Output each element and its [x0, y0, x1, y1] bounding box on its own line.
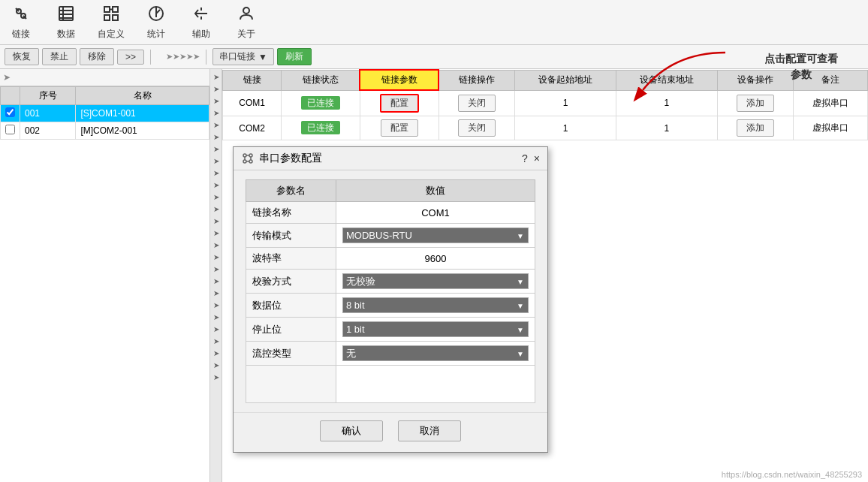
chevron-icon: ➤ — [213, 72, 219, 83]
svg-point-20 — [243, 154, 246, 157]
add-device-button2[interactable]: 添加 — [737, 119, 774, 137]
about-label: 关于 — [237, 28, 255, 41]
row-name: [S]COM1-001 — [76, 105, 209, 122]
remove-button[interactable]: 移除 — [80, 48, 114, 65]
toolbar-about[interactable]: 关于 — [231, 5, 261, 41]
param-value-select[interactable]: 1 bit — [336, 318, 535, 342]
modal-row-databits: 数据位 8 bit — [246, 294, 535, 318]
cell-status: 已连接 — [282, 116, 360, 140]
close-link-button2[interactable]: 关闭 — [458, 119, 496, 137]
chevron-icon: ➤ — [213, 240, 219, 251]
forward-button[interactable]: >> — [117, 50, 144, 65]
col-status: 链接状态 — [282, 70, 360, 90]
row-checkbox[interactable] — [1, 105, 20, 122]
custom-label: 自定义 — [98, 28, 125, 41]
chevron-icon: ➤ — [213, 192, 219, 203]
modal-col-param: 参数名 — [246, 180, 336, 202]
left-toolbar: ➤ — [0, 69, 209, 86]
svg-point-18 — [243, 8, 249, 14]
watermark: https://blog.csdn.net/waixin_48255293 — [722, 470, 862, 479]
cell-close2[interactable]: 关闭 — [439, 116, 515, 140]
cancel-button[interactable]: 取消 — [398, 420, 461, 441]
cell-close[interactable]: 关闭 — [439, 90, 515, 116]
chevron-icon: ➤ — [213, 156, 219, 167]
modal-row-baud: 波特率 9600 — [246, 248, 535, 270]
param-value-select[interactable]: 无校验 — [336, 270, 535, 294]
modal-row-parity: 校验方式 无校验 — [246, 270, 535, 294]
param-value-select[interactable]: 8 bit — [336, 294, 535, 318]
chevron-icon: ➤ — [213, 300, 219, 311]
table-row: COM1 已连接 配置 关闭 1 1 添加 虚拟串口 — [223, 90, 868, 116]
assist-label: 辅助 — [192, 28, 210, 41]
arrow-indicator: ➤➤➤➤➤ — [166, 52, 200, 62]
chevron-icon: ➤ — [213, 120, 219, 131]
chevron-icon: ➤ — [213, 204, 219, 215]
modal-row-linkname: 链接名称 COM1 — [246, 202, 535, 224]
toolbar-data[interactable]: 数据 — [51, 5, 81, 41]
chevron-icon: ➤ — [213, 168, 219, 179]
toolbar-link[interactable]: 链接 — [6, 5, 36, 41]
dropdown-arrow-icon: ▼ — [258, 52, 267, 62]
modal-row-flow: 流控类型 无 — [246, 342, 535, 366]
chevron-icon: ➤ — [213, 132, 219, 143]
chevron-icon: ➤ — [213, 84, 219, 95]
modal-row-stopbits: 停止位 1 bit — [246, 318, 535, 342]
modal-table: 参数名 数值 链接名称 COM1 传输模式 MODBU — [246, 179, 535, 403]
svg-point-22 — [243, 160, 246, 163]
toolbar-custom[interactable]: 自定义 — [96, 5, 126, 41]
modal-close-button[interactable]: × — [534, 152, 540, 164]
row-id: 001 — [20, 105, 76, 122]
cell-note2: 虚拟串口 — [794, 116, 868, 140]
modal-title: 串口参数配置 — [259, 152, 322, 165]
param-value-select[interactable]: 无 — [336, 342, 535, 366]
cell-link: COM2 — [223, 116, 282, 140]
close-link-button[interactable]: 关闭 — [458, 95, 496, 112]
parity-select[interactable]: 无校验 — [342, 273, 529, 289]
toolbar-assist[interactable]: 辅助 — [186, 5, 216, 41]
cell-config[interactable]: 配置 — [360, 90, 439, 116]
cell-add2[interactable]: 添加 — [717, 116, 794, 140]
modal-row-empty — [246, 366, 535, 403]
configure-button[interactable]: 配置 — [380, 94, 419, 113]
table-row[interactable]: 001 [S]COM1-001 — [1, 105, 209, 122]
chevron-column: ➤ ➤ ➤ ➤ ➤ ➤ ➤ ➤ ➤ ➤ ➤ ➤ ➤ ➤ ➤ ➤ ➤ ➤ ➤ ➤ … — [210, 69, 222, 482]
toolbar-stats[interactable]: 统计 — [141, 5, 171, 41]
chevron-icon: ➤ — [213, 312, 219, 323]
col-seq: 序号 — [20, 87, 76, 105]
port-link-dropdown[interactable]: 串口链接 ▼ — [212, 48, 274, 65]
restore-button[interactable]: 恢复 — [5, 48, 39, 65]
disable-button[interactable]: 禁止 — [42, 48, 77, 65]
chevron-icon: ➤ — [213, 288, 219, 299]
add-device-button[interactable]: 添加 — [737, 95, 774, 112]
param-value-select[interactable]: MODBUS-RTU — [336, 224, 535, 248]
confirm-button[interactable]: 确认 — [320, 420, 383, 441]
table-row[interactable]: 002 [M]COM2-001 — [1, 122, 209, 140]
cell-config2[interactable]: 配置 — [360, 116, 439, 140]
param-label: 传输模式 — [246, 224, 336, 248]
chevron-icon: ➤ — [213, 180, 219, 191]
chevron-icon: ➤ — [213, 108, 219, 119]
row-checkbox[interactable] — [1, 122, 20, 140]
annotation-arrow — [598, 45, 733, 105]
svg-point-23 — [249, 160, 252, 163]
cell-link: COM1 — [223, 90, 282, 116]
databits-select[interactable]: 8 bit — [342, 297, 529, 313]
configure-button2[interactable]: 配置 — [381, 119, 418, 137]
param-value: 9600 — [336, 248, 535, 270]
row-name: [M]COM2-001 — [76, 122, 209, 140]
toolbar-separator2 — [206, 50, 206, 65]
col-params: 链接参数 — [360, 70, 439, 90]
svg-rect-10 — [104, 15, 110, 20]
mode-select[interactable]: MODBUS-RTU — [342, 227, 529, 243]
svg-line-2 — [21, 13, 22, 14]
about-icon — [237, 5, 255, 26]
chevron-icon: ➤ — [213, 336, 219, 347]
flow-select[interactable]: 无 — [342, 345, 529, 361]
data-label: 数据 — [57, 28, 75, 41]
refresh-button[interactable]: 刷新 — [277, 48, 312, 65]
col-checkbox — [1, 87, 20, 105]
param-label: 数据位 — [246, 294, 336, 318]
chevron-icon: ➤ — [213, 360, 219, 371]
modal-help-button[interactable]: ? — [522, 152, 528, 164]
stopbits-select[interactable]: 1 bit — [342, 321, 529, 337]
